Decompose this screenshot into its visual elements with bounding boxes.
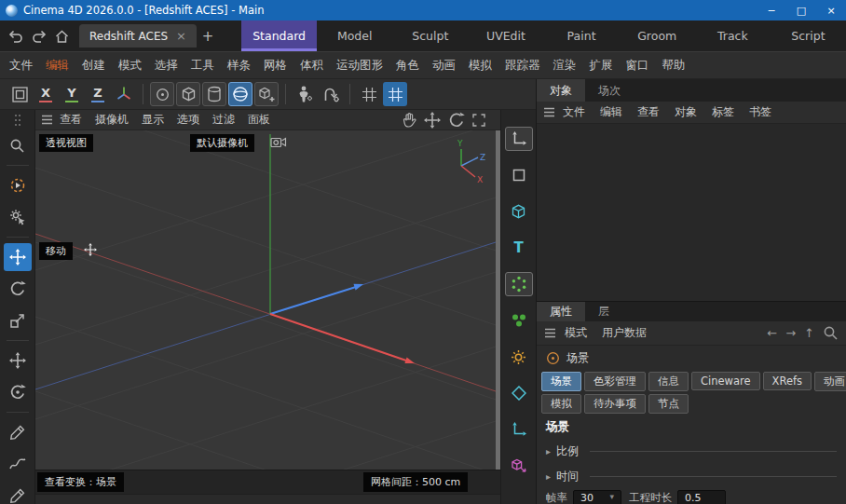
menu-volume[interactable]: 体积 — [293, 58, 330, 74]
document-tab[interactable]: Redshift ACES × — [79, 24, 197, 48]
tab-animation[interactable]: 动画 — [814, 372, 846, 391]
user-data-dropdown[interactable]: 用户数据 — [595, 325, 653, 341]
sketch-tool[interactable] — [4, 450, 32, 478]
vp-menu-filter[interactable]: 过滤 — [206, 112, 241, 128]
tab-color-management[interactable]: 色彩管理 — [584, 372, 646, 391]
tab-layers[interactable]: 层 — [585, 302, 622, 321]
menu-create[interactable]: 创建 — [75, 58, 112, 74]
axis-button[interactable] — [112, 82, 136, 106]
camera-name-label[interactable]: 默认摄像机 — [190, 134, 254, 152]
rotate-tool[interactable] — [4, 275, 32, 303]
group-time[interactable]: ▸ 时间 — [537, 464, 846, 489]
character-button[interactable] — [293, 82, 317, 106]
live-selection-tool[interactable] — [4, 131, 32, 159]
coordinate-mode-button[interactable] — [505, 127, 533, 151]
menu-spline[interactable]: 样条 — [221, 58, 257, 74]
edges-mode-button[interactable] — [505, 308, 533, 333]
menu-tracker[interactable]: 跟踪器 — [498, 58, 547, 74]
move-tool[interactable] — [4, 243, 32, 271]
tab-takes[interactable]: 场次 — [585, 79, 634, 102]
om-menu-view[interactable]: 查看 — [630, 104, 667, 120]
tab-scene[interactable]: 场景 — [541, 372, 581, 391]
axis-rotate-tool[interactable] — [4, 378, 32, 406]
vp-menu-view[interactable]: 查看 — [53, 112, 89, 128]
tab-groom[interactable]: Groom — [620, 20, 695, 51]
minimize-button[interactable]: ─ — [757, 0, 786, 20]
menu-mode[interactable]: 模式 — [112, 58, 148, 74]
field-value-input[interactable]: 0.5 — [677, 490, 726, 504]
tab-uvedit[interactable]: UVEdit — [468, 20, 543, 51]
tab-track[interactable]: Track — [695, 20, 771, 51]
normals-mode-button[interactable] — [505, 381, 533, 405]
menu-character[interactable]: 角色 — [389, 58, 426, 74]
tab-todo[interactable]: 待办事项 — [584, 394, 646, 414]
vp-menu-panel[interactable]: 面板 — [241, 112, 277, 128]
primitive-button[interactable] — [202, 82, 226, 106]
workplane-button[interactable] — [7, 82, 32, 106]
vp-menu-display[interactable]: 显示 — [135, 112, 171, 128]
points-mode-button[interactable] — [505, 272, 533, 296]
viewport-scrollbar[interactable] — [496, 130, 500, 470]
attribute-menu-icon[interactable] — [544, 328, 556, 338]
tab-script[interactable]: Script — [771, 20, 846, 51]
spline-pen-tool[interactable] — [4, 418, 32, 446]
tab-simulation[interactable]: 模拟 — [541, 394, 581, 414]
tab-paint[interactable]: Paint — [544, 20, 620, 51]
vp-menu-cameras[interactable]: 摄像机 — [89, 112, 135, 128]
menu-animate[interactable]: 动画 — [426, 58, 462, 74]
spline-smooth-tool[interactable] — [4, 482, 32, 504]
tab-model[interactable]: Model — [317, 20, 392, 51]
pan-hand-icon[interactable] — [403, 113, 416, 128]
home-button[interactable] — [50, 24, 74, 48]
tweak-tool[interactable] — [4, 203, 32, 231]
om-menu-bookmarks[interactable]: 书签 — [742, 104, 779, 120]
tab-xrefs[interactable]: XRefs — [763, 372, 812, 390]
object-list[interactable] — [537, 124, 846, 301]
mode-dropdown[interactable]: 模式 — [558, 325, 594, 341]
maximize-view-icon[interactable] — [472, 114, 485, 127]
orbit-icon[interactable] — [448, 112, 465, 129]
texture-mode-button[interactable]: T — [505, 236, 533, 260]
viewport-menu-icon[interactable] — [41, 115, 53, 125]
palette-grip[interactable] — [4, 113, 32, 128]
menu-mesh[interactable]: 网格 — [257, 58, 293, 74]
uv-mode-button[interactable] — [505, 417, 533, 442]
tab-sculpt[interactable]: Sculpt — [392, 20, 468, 51]
model-mode-button[interactable] — [505, 199, 533, 224]
om-menu-objects[interactable]: 对象 — [667, 104, 704, 120]
sphere-primitive-button[interactable] — [228, 82, 252, 106]
menu-help[interactable]: 帮助 — [656, 58, 692, 74]
om-menu-tags[interactable]: 标签 — [704, 104, 742, 120]
viewport-canvas[interactable]: 透视视图 默认摄像机 移动 Y Z X — [35, 130, 500, 470]
polygons-mode-button[interactable] — [505, 345, 533, 369]
object-manager-menu-icon[interactable] — [543, 107, 555, 117]
add-tab-button[interactable]: + — [197, 25, 219, 48]
dolly-icon[interactable] — [424, 112, 441, 129]
field-value-input[interactable]: 30 ▾ — [573, 490, 621, 504]
vp-menu-options[interactable]: 选项 — [171, 112, 206, 128]
menu-select[interactable]: 选择 — [148, 58, 184, 74]
menu-render[interactable]: 渲染 — [547, 58, 583, 74]
undo-button[interactable] — [4, 24, 27, 48]
tab-standard[interactable]: Standard — [241, 20, 317, 51]
axis-move-tool[interactable] — [4, 347, 32, 375]
group-scale[interactable]: ▸ 比例 — [537, 439, 846, 464]
workplane-mode-button[interactable] — [505, 163, 533, 187]
coordinate-system-button[interactable] — [150, 82, 174, 106]
paint-selection-tool[interactable] — [4, 171, 32, 199]
lock-y-button[interactable]: Y — [60, 82, 84, 106]
menu-tools[interactable]: 工具 — [184, 58, 221, 74]
close-button[interactable]: × — [816, 0, 846, 20]
redo-button[interactable] — [27, 24, 50, 48]
view-name-label[interactable]: 透视视图 — [39, 134, 93, 152]
menu-mograph[interactable]: 运动图形 — [330, 58, 389, 74]
tab-info[interactable]: 信息 — [648, 372, 689, 391]
tab-nodes[interactable]: 节点 — [648, 394, 689, 414]
snap-mode-button[interactable] — [505, 454, 533, 478]
menu-window[interactable]: 窗口 — [620, 58, 656, 74]
null-object-button[interactable] — [176, 82, 200, 106]
nav-up-button[interactable]: ↑ — [804, 326, 814, 340]
scale-tool[interactable] — [4, 306, 32, 334]
axis-gizmo[interactable]: Y Z X — [446, 138, 489, 184]
tab-cineware[interactable]: Cineware — [691, 372, 760, 390]
